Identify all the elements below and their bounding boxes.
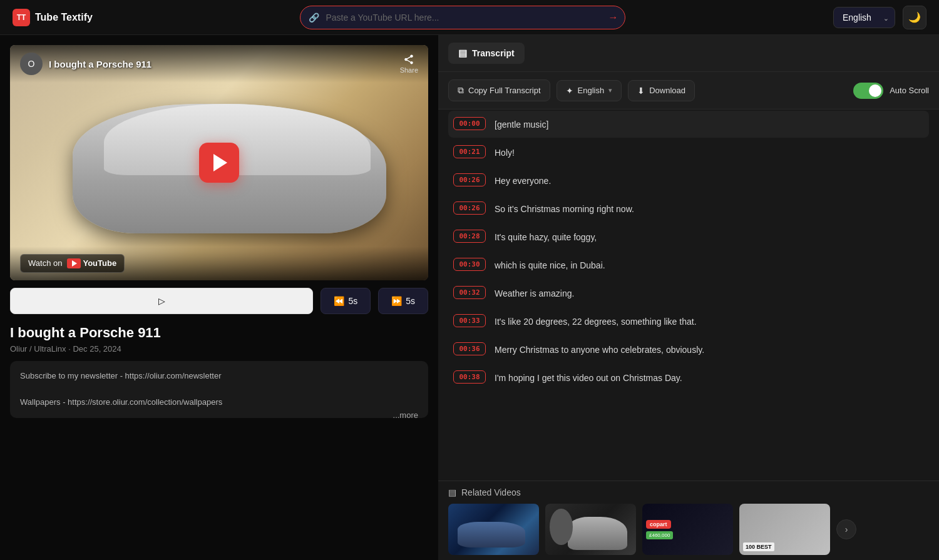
transcript-row[interactable]: 00:36 Merry Christmas to anyone who cele… [448, 336, 929, 363]
timestamp-badge: 00:26 [453, 173, 486, 186]
transcript-row[interactable]: 00:00 [gentle music] [448, 111, 929, 138]
moon-icon: 🌙 [908, 11, 921, 23]
header-right: English Spanish French 🌙 [833, 6, 926, 29]
related-video-4[interactable] [739, 504, 830, 555]
video-description: Subscribe to my newsletter - https://oli… [10, 361, 428, 417]
transcript-row[interactable]: 00:21 Holy! [448, 139, 929, 166]
transcript-tab[interactable]: ▤ Transcript [448, 43, 525, 64]
timestamp-badge: 00:00 [453, 117, 486, 130]
transcript-text: which is quite nice, in Dubai. [495, 258, 605, 272]
timestamp-badge: 00:36 [453, 342, 486, 355]
transcript-text: It's like 20 degrees, 22 degrees, someth… [495, 314, 697, 328]
transcript-text: I'm hoping I get this video out on Chris… [495, 370, 682, 385]
app-logo[interactable]: TT Tube Textify [13, 9, 93, 26]
youtube-logo: YouTube [67, 258, 116, 268]
video-main-title: I bought a Porsche 911 [10, 324, 428, 342]
copart-badge: copart [646, 520, 671, 529]
timestamp-badge: 00:32 [453, 286, 486, 299]
price-badge: £460,000 [646, 531, 673, 539]
transcript-row[interactable]: 00:26 Hey everyone. [448, 167, 929, 194]
left-panel: O I bought a Porsche 911 Share Watch on … [0, 35, 438, 560]
rewind-label: 5s [348, 296, 357, 306]
theme-toggle-button[interactable]: 🌙 [903, 6, 926, 29]
arrow-right-icon: › [845, 524, 848, 534]
play-icon: ▷ [158, 296, 165, 306]
related-videos-label: Related Videos [461, 487, 521, 497]
transcript-row[interactable]: 00:32 Weather is amazing. [448, 280, 929, 307]
language-button[interactable]: ✦ English ▾ [557, 80, 622, 101]
download-btn-label: Download [649, 86, 685, 95]
auto-scroll-control: Auto Scroll [853, 83, 929, 99]
copy-icon: ⧉ [458, 85, 464, 96]
transcript-toolbar: ⧉ Copy Full Transcript ✦ English ▾ ⬇ Dow… [438, 72, 939, 109]
transcript-text: Merry Christmas to anyone who celebrates… [495, 342, 704, 357]
transcript-icon: ▤ [458, 48, 467, 59]
transcript-content[interactable]: 00:00 [gentle music] 00:21 Holy! 00:26 H… [438, 109, 939, 481]
copy-transcript-button[interactable]: ⧉ Copy Full Transcript [448, 79, 550, 101]
link-icon: 🔗 [309, 13, 319, 23]
download-button[interactable]: ⬇ Download [628, 80, 695, 101]
transcript-text: [gentle music] [495, 117, 548, 131]
language-btn-label: English [578, 86, 605, 95]
rewind-icon: ⏪ [334, 296, 344, 306]
url-input[interactable] [300, 6, 625, 29]
forward-icon: ⏩ [391, 296, 402, 306]
logo-icon: TT [13, 9, 30, 26]
more-button[interactable]: ...more [393, 409, 418, 422]
video-channel: Oliur / UltraLinx [10, 344, 66, 354]
timestamp-badge: 00:26 [453, 201, 486, 215]
timestamp-badge: 00:21 [453, 145, 486, 158]
language-selector-wrapper: English Spanish French [833, 7, 895, 28]
submit-arrow[interactable]: → [608, 12, 618, 23]
youtube-label: YouTube [83, 258, 116, 268]
transcript-header: ▤ Transcript [438, 35, 939, 72]
main-container: O I bought a Porsche 911 Share Watch on … [0, 35, 939, 560]
transcript-row[interactable]: 00:28 It's quite hazy, quite foggy, [448, 223, 929, 250]
transcript-text: Holy! [495, 145, 515, 160]
video-controls: ▷ ⏪ 5s ⏩ 5s [10, 288, 428, 314]
video-player: O I bought a Porsche 911 Share Watch on … [10, 45, 428, 280]
video-date: Dec 25, 2024 [73, 344, 121, 354]
video-title-bar: O I bought a Porsche 911 Share [10, 45, 428, 83]
desc-line-2: Wallpapers - https://store.oliur.com/col… [20, 396, 418, 409]
related-video-3[interactable]: copart £460,000 [642, 504, 733, 555]
video-title-overlay: I bought a Porsche 911 [49, 59, 151, 69]
related-video-1[interactable] [448, 504, 539, 555]
auto-scroll-toggle[interactable] [853, 83, 883, 99]
video-icon: ▤ [448, 487, 456, 497]
transcript-row[interactable]: 00:26 So it's Christmas morning right no… [448, 195, 929, 222]
play-pause-button[interactable]: ▷ [10, 288, 313, 314]
timestamp-badge: 00:38 [453, 370, 486, 384]
chevron-down-icon: ▾ [608, 86, 612, 94]
watch-on-label: Watch on [28, 258, 62, 268]
transcript-row[interactable]: 00:33 It's like 20 degrees, 22 degrees, … [448, 308, 929, 335]
watch-on-youtube-button[interactable]: Watch on YouTube [20, 254, 125, 273]
related-videos-header: ▤ Related Videos [448, 487, 929, 497]
share-button[interactable]: Share [400, 54, 418, 74]
auto-scroll-label: Auto Scroll [890, 86, 929, 95]
transcript-row[interactable]: 00:38 I'm hoping I get this video out on… [448, 364, 929, 391]
desc-line-1: Subscribe to my newsletter - https://oli… [20, 370, 418, 383]
play-button[interactable] [199, 143, 239, 183]
transcript-text: So it's Christmas morning right now. [495, 201, 634, 216]
right-panel: ▤ Transcript ⧉ Copy Full Transcript ✦ En… [438, 35, 939, 560]
related-section: ▤ Related Videos copart £460,000 › [438, 481, 939, 560]
share-icon [403, 54, 414, 65]
transcript-text: It's quite hazy, quite foggy, [495, 230, 597, 244]
thumb-3-overlay: copart £460,000 [642, 504, 733, 555]
video-meta: Oliur / UltraLinx · Dec 25, 2024 [10, 344, 428, 354]
app-header: TT Tube Textify 🔗 → English Spanish Fren… [0, 0, 939, 35]
transcript-tab-label: Transcript [472, 48, 515, 58]
forward-label: 5s [406, 296, 415, 306]
timestamp-badge: 00:33 [453, 314, 486, 327]
transcript-row[interactable]: 00:30 which is quite nice, in Dubai. [448, 252, 929, 278]
rewind-button[interactable]: ⏪ 5s [321, 288, 371, 314]
related-videos-next-arrow[interactable]: › [836, 519, 856, 539]
forward-button[interactable]: ⏩ 5s [378, 288, 428, 314]
video-info: I bought a Porsche 911 Oliur / UltraLinx… [10, 324, 428, 418]
related-video-2[interactable] [545, 504, 636, 555]
language-selector[interactable]: English Spanish French [833, 7, 895, 28]
copy-btn-label: Copy Full Transcript [468, 86, 541, 95]
app-name: Tube Textify [35, 12, 93, 23]
language-icon: ✦ [566, 86, 573, 96]
